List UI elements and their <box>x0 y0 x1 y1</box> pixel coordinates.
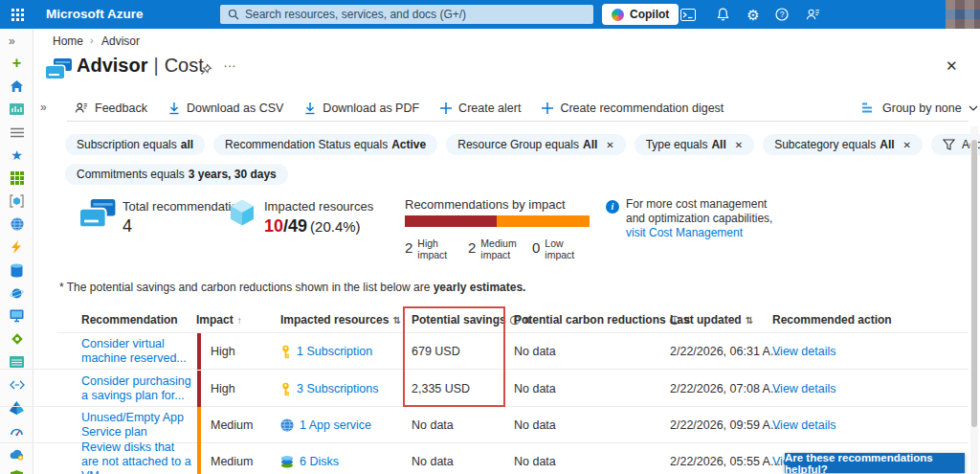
low-count: 0 <box>532 236 540 260</box>
waffle-menu-icon[interactable] <box>0 0 34 29</box>
table-row: Consider purchasing a savings plan for..… <box>0 371 969 407</box>
high-impact-segment <box>405 215 497 227</box>
notifications-button[interactable] <box>708 0 737 29</box>
sort-icon: ⇅ <box>746 315 753 326</box>
recommendation-link[interactable]: Unused/Empty App Service plan <box>81 411 194 440</box>
close-blade-icon[interactable]: ✕ <box>946 57 958 75</box>
download-csv-button[interactable]: Download as CSV <box>168 102 283 115</box>
feedback-person-icon <box>75 102 88 115</box>
copilot-button[interactable]: Copilot <box>602 4 679 25</box>
all-resources-icon[interactable] <box>9 170 25 186</box>
feedback-button[interactable]: Feedback <box>75 102 147 115</box>
filter-funnel-icon <box>943 139 955 150</box>
recommendations-feedback-banner[interactable]: Are these recommendations helpful? <box>785 453 965 473</box>
resources-label: 1 Subscription <box>297 345 372 358</box>
view-details-link[interactable]: View details <box>772 371 835 407</box>
impact-indicator-medium <box>197 443 201 474</box>
carbon-value: No data <box>514 407 556 443</box>
info-icon: i <box>606 200 619 214</box>
filter-label: Resource Group equals <box>457 138 579 151</box>
search-input[interactable] <box>245 8 586 21</box>
settings-button[interactable]: ⚙ <box>739 0 768 29</box>
impacted-resources-link[interactable]: 3 Subscriptions <box>280 371 378 407</box>
all-services-icon[interactable] <box>9 124 25 140</box>
resource-groups-icon[interactable] <box>9 193 25 209</box>
remove-filter-icon[interactable]: ✕ <box>735 140 743 150</box>
impacted-resources-icon <box>227 197 257 232</box>
legend-high: 2 Highimpact <box>405 236 447 260</box>
recommendation-link[interactable]: Consider purchasing a savings plan for..… <box>81 374 194 403</box>
global-search[interactable] <box>220 5 593 24</box>
sidebar-expand-icon[interactable]: » <box>9 34 15 48</box>
impact-value: High <box>211 371 235 407</box>
create-digest-button[interactable]: Create recommendation digest <box>542 102 724 115</box>
view-details-link[interactable]: View details <box>772 333 835 370</box>
cost-management-link[interactable]: visit Cost Management <box>626 226 743 239</box>
brand-title[interactable]: Microsoft Azure <box>46 0 144 29</box>
remove-filter-icon[interactable]: ✕ <box>903 140 911 150</box>
account-info-redacted[interactable] <box>833 2 930 27</box>
view-details-link[interactable]: View details <box>772 407 835 443</box>
command-bar: Feedback Download as CSV Download as PDF… <box>75 96 724 121</box>
scrollbar-thumb[interactable] <box>971 140 977 427</box>
download-pdf-button[interactable]: Download as PDF <box>304 102 419 115</box>
more-options-icon[interactable]: … <box>223 55 237 70</box>
col-recommended-action[interactable]: Recommended action <box>772 308 892 332</box>
pin-button[interactable] <box>200 62 212 79</box>
col-impact[interactable]: Impact↑ <box>196 308 242 332</box>
recommendation-link[interactable]: Review disks that are not attached to a … <box>81 440 194 474</box>
filter-pill-subscription[interactable]: Subscription equalsall <box>65 134 205 155</box>
group-by-dropdown[interactable]: Group by none <box>862 96 978 121</box>
yearly-estimates-note: * The potential savings and carbon reduc… <box>59 281 525 294</box>
impacted-resources-link[interactable]: 1 App service <box>280 407 371 443</box>
impacted-percent: (20.4%) <box>310 218 361 235</box>
avatar-redacted[interactable] <box>946 0 980 29</box>
function-app-icon[interactable] <box>9 239 25 255</box>
table-header: Recommendation Impact↑ Impacted resource… <box>0 308 969 332</box>
col-recommendation[interactable]: Recommendation <box>81 308 178 332</box>
col-last-updated[interactable]: Last updated⇅ <box>670 308 753 332</box>
app-services-icon[interactable] <box>9 216 25 232</box>
waffle-grid-glyph <box>11 9 24 21</box>
info-line2: and optimization capabilities, <box>626 212 772 225</box>
advisor-blade-icon <box>46 58 72 79</box>
col-impacted-resources[interactable]: Impacted resources⇅ <box>280 308 401 332</box>
col-potential-carbon[interactable]: Potential carbon reductionsⓘ⇅ <box>514 308 691 332</box>
note-bold: yearly estimates. <box>434 281 526 294</box>
top-bar: Microsoft Azure Copilot ⚙ ? <box>0 0 980 29</box>
impact-value: Medium <box>211 407 253 443</box>
updated-value: 2/22/2026, 06:31 A... <box>670 333 780 370</box>
svg-text:?: ? <box>780 10 785 19</box>
cosmos-db-icon[interactable] <box>9 285 25 301</box>
breadcrumb-current[interactable]: Advisor <box>101 34 140 48</box>
group-by-list-icon <box>862 102 876 114</box>
create-resource-icon[interactable]: + <box>9 56 25 71</box>
cloud-shell-button[interactable] <box>674 0 702 29</box>
breadcrumb-home[interactable]: Home <box>53 34 83 48</box>
resources-label: 3 Subscriptions <box>297 382 378 395</box>
filter-pill-resource-group[interactable]: Resource Group equalsAll✕ <box>446 134 625 155</box>
recommendation-link[interactable]: Consider virtual machine reserved... <box>81 337 194 366</box>
impacted-resources-link[interactable]: 6 Disks <box>280 443 339 474</box>
impacted-resources-link[interactable]: 1 Subscription <box>280 333 372 370</box>
high-count: 2 <box>405 236 412 260</box>
home-icon[interactable] <box>9 79 25 94</box>
filter-pill-type[interactable]: Type equalsAll✕ <box>635 134 754 155</box>
filter-pill-subcategory[interactable]: Subcategory equalsAll✕ <box>763 134 923 155</box>
filter-pill-commitments[interactable]: Commitments equals3 years, 30 days <box>65 164 288 185</box>
sql-databases-icon[interactable] <box>9 262 25 278</box>
dashboard-icon[interactable] <box>9 102 25 117</box>
filter-label: Commitments equals <box>77 168 185 181</box>
filter-pill-status[interactable]: Recommendation Status equalsActive <box>213 134 437 155</box>
remove-filter-icon[interactable]: ✕ <box>606 140 613 150</box>
blade-menu-expand-icon[interactable]: » <box>40 101 47 114</box>
help-button[interactable]: ? <box>768 0 796 29</box>
impact-chart-label: Recommendations by impact <box>405 197 566 212</box>
search-icon <box>228 9 239 20</box>
feedback-smiley-button[interactable] <box>798 0 827 29</box>
filter-value: All <box>711 138 725 151</box>
vertical-scrollbar <box>970 126 978 474</box>
plus-icon <box>440 102 452 114</box>
create-alert-button[interactable]: Create alert <box>440 102 521 115</box>
favorites-star-icon[interactable]: ★ <box>9 147 25 163</box>
